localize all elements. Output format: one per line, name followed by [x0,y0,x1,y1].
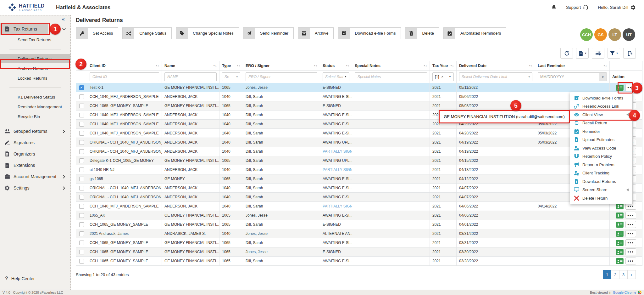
filter-taxyear[interactable]: [1]×▼ [432,72,454,81]
row-actions-button[interactable]: ●●● [625,230,636,237]
row-checkbox[interactable] [79,177,84,181]
table-row[interactable]: CCH_1040_MFJ_ANDERSON_SAMPLEANDERSON, JA… [76,129,642,138]
export-button[interactable] [623,48,636,59]
sort-icon[interactable]: ▼▲ [422,65,427,67]
row-actions-button[interactable]: ●●● [625,221,636,228]
row-checkbox[interactable] [79,94,84,99]
avatar-lt[interactable]: LT [608,28,621,41]
set-access-button[interactable]: Set Access [76,27,118,39]
menu-item-delete-return[interactable]: Delete Return [570,194,632,202]
change-status-button[interactable]: Change Status [122,27,172,39]
filter-select-delivered_date[interactable]: Select Delivered Date Limit▾ [459,72,532,81]
row-checkbox[interactable]: ✓ [79,85,84,90]
row-checkbox[interactable] [79,241,84,245]
clear-date-icon[interactable]: x [599,73,607,81]
client-info-card-icon[interactable] [616,85,624,91]
sidebar-item-archive-returns[interactable]: Archive Returns [0,64,70,73]
table-row[interactable]: CCH_1065_GE MONEY_SAMPLEGE MONEY FINANCI… [76,247,642,257]
row-checkbox[interactable] [79,250,84,254]
sidebar-item-delivered-returns[interactable]: Delivered Returns [0,54,70,63]
table-row[interactable]: Delegate K-1 CCH_1065_GE MONEYGE MONEY F… [76,156,642,165]
sort-icon[interactable]: ▼▲ [449,65,454,67]
menu-item-retention-policy[interactable]: Retention Policy [570,152,632,161]
automated-reminders-button[interactable]: Automated Reminders [443,27,506,39]
sort-icon[interactable]: ▼▲ [344,65,349,67]
support-button[interactable]: Support [566,5,588,10]
page-button-1[interactable]: 1 [603,270,611,279]
row-checkbox[interactable] [79,204,84,209]
row-checkbox[interactable] [79,259,84,264]
client-info-card-icon[interactable] [616,222,624,228]
row-checkbox[interactable] [79,195,84,200]
menu-item-screen-share[interactable]: Screen Share [570,186,632,194]
clear-filter-icon[interactable]: × [441,75,443,79]
table-row[interactable]: 1065_AKGE MONEY FINANCIAL INSTI...1065Jo… [76,211,642,220]
google-chrome-link[interactable]: Google Chrome [613,291,636,294]
row-checkbox[interactable] [79,167,84,172]
row-actions-button[interactable]: ●●● [625,258,636,264]
row-checkbox[interactable] [79,113,84,117]
sidebar-item-account-management[interactable]: Account Management [0,171,70,182]
menu-item-recall-return[interactable]: Recall Return [570,119,632,128]
row-checkbox[interactable] [79,149,84,154]
table-row[interactable]: ✓Test K-1GE MONEY FINANCIAL INSTI...1065… [76,83,642,92]
row-checkbox[interactable] [79,158,84,163]
export-menu-button[interactable]: ▾ [576,48,589,59]
menu-item-download-returns[interactable]: Download Returns [570,177,632,186]
row-checkbox[interactable] [79,222,84,227]
sort-icon[interactable]: ▼▲ [602,65,607,67]
client-info-card-icon[interactable] [616,231,624,237]
column-header-delivered_date[interactable]: Delivered Date▼▲ [457,61,535,70]
menu-item-report-a-problem[interactable]: Report a Problem [570,161,632,169]
filter-button[interactable]: ▾ [608,48,620,59]
next-page-button[interactable]: › [627,270,636,279]
sort-icon[interactable]: ▼▲ [212,65,217,67]
row-checkbox[interactable] [79,104,84,108]
sort-icon[interactable]: ▼▲ [154,65,159,67]
row-actions-button[interactable]: ●●● [625,212,636,219]
menu-item-upload-estimates[interactable]: Upload Estimates [570,136,632,144]
filter-select-type[interactable]: Se▾ [222,72,240,81]
filter-input-ero[interactable] [246,72,317,81]
notifications-button[interactable] [551,5,557,10]
page-button-2[interactable]: 2 [611,270,619,279]
sidebar-item-k1-delivered-status[interactable]: K1 Delivered Status [0,93,70,102]
table-row[interactable]: ORIGNAL - CCH_1040_MFJ_ANDERSON_...ANDER… [76,184,642,193]
sidebar-collapse-button[interactable]: « [0,15,70,23]
refresh-button[interactable] [560,48,573,59]
column-header-ero[interactable]: ERO / Signer▼▲ [243,61,320,70]
table-row[interactable]: CCH_1065_GE MONEY_SAMPLEGE MONEY FINANCI… [76,220,642,229]
client-info-card-icon[interactable] [616,213,624,218]
sidebar-item-settings[interactable]: Settings [0,182,70,194]
client-info-card-icon[interactable] [616,249,624,255]
row-actions-button[interactable]: ●●● [625,239,636,246]
sidebar-item-send-tax-returns[interactable]: Send Tax Returns [0,35,70,44]
sidebar-item-recycle-bin[interactable]: Recycle Bin [0,112,70,121]
column-header-type[interactable]: Type▼▲ [219,61,243,70]
table-row[interactable]: ORIGNAL - CCH_1040_MFJ_ANDERSON_...ANDER… [76,147,642,156]
sort-icon[interactable]: ▼▲ [312,65,317,67]
table-row[interactable]: CCH_1040_MFJ_ANDERSON_SAMPLEANDERSON, JA… [76,92,642,101]
table-row[interactable]: CCH_1065_GE MONEY_SAMPLEGE MONEY FINANCI… [76,101,642,111]
menu-item-client-view[interactable]: Client View [570,111,632,119]
column-header-special_notes[interactable]: Special Notes▼▲ [352,61,430,70]
table-row[interactable]: gs 1065GE MONEY1065Dill, SarahAWAITING E… [76,174,642,184]
row-checkbox[interactable] [79,213,84,218]
sidebar-item-organizers[interactable]: Organizers [0,148,70,160]
column-header-status[interactable]: Status▼▲ [320,61,352,70]
column-header-client_id[interactable]: Client ID▼▲ [87,61,162,70]
row-actions-button[interactable]: ●●● [625,248,636,255]
sidebar-item-locked-returns[interactable]: Locked Returns [0,74,70,83]
user-menu[interactable]: Hello, Sarah Dill [598,5,636,10]
help-center-link[interactable]: ? Help Center [5,276,35,281]
menu-item-download-efile-forms[interactable]: Download e-file Forms [570,94,632,102]
table-row[interactable]: CCH_1065_GE MONEY_SAMPLEGE MONEY FINANCI… [76,257,642,266]
table-row[interactable]: ORIGNAL - CCH_1040_MFJ_ANDERSON_...ANDER… [76,193,642,202]
row-checkbox[interactable] [79,122,84,127]
sidebar-item-grouped-returns[interactable]: Grouped Returns [0,126,70,137]
sidebar-item-signatures[interactable]: Signatures [0,137,70,148]
menu-item-view-access-code[interactable]: View Access Code [570,144,632,152]
table-row[interactable]: ut 1040 NR NJANDERSON, JACK1040Dill, Sar… [76,165,642,174]
table-row[interactable]: ORIGNAL - CCH_1040_MFJ_ANDERSON_...ANDER… [76,138,642,147]
avatar-gs[interactable]: GS [594,28,607,41]
